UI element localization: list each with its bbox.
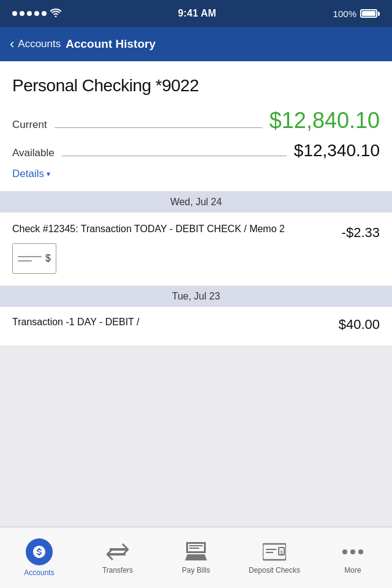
accounts-tab-label: Accounts: [24, 568, 54, 577]
battery-icon: [360, 9, 380, 18]
more-tab-label: More: [344, 566, 361, 575]
more-dots-icon: [342, 548, 364, 556]
battery-percent: 100%: [333, 9, 356, 19]
account-name: Personal Checking *9022: [12, 76, 380, 96]
paybills-tab-label: Pay Bills: [182, 566, 210, 575]
tab-depositchecks[interactable]: $ Deposit Checks: [235, 527, 314, 588]
transaction-row-partial[interactable]: Transaction -1 DAY - DEBIT / $40.00: [0, 307, 392, 346]
depositchecks-tab-label: Deposit Checks: [249, 566, 300, 575]
section-header-tue: Tue, Jul 23: [0, 286, 392, 307]
check-thumbnail[interactable]: $: [12, 243, 56, 274]
tab-accounts[interactable]: Accounts: [0, 527, 78, 588]
depositchecks-check-icon: $: [263, 543, 286, 561]
nav-title: Account History: [66, 37, 156, 51]
paybills-icon: [184, 541, 208, 563]
transaction-amount: -$2.33: [342, 225, 380, 241]
transfers-icon: [105, 541, 130, 563]
wifi-icon: [50, 9, 61, 19]
check-dollar-sign: $: [45, 253, 51, 264]
available-balance-row: Available $12,340.10: [12, 141, 380, 160]
svg-text:$: $: [280, 549, 283, 556]
transaction-partial-description: Transaction -1 DAY - DEBIT /: [12, 317, 139, 328]
transaction-row[interactable]: Check #12345: Transaction TODAY - DEBIT …: [0, 213, 392, 286]
transaction-partial-amount: $40.00: [339, 317, 380, 333]
available-balance-value: $12,340.10: [294, 141, 380, 160]
nav-back-label: Accounts: [18, 38, 61, 50]
nav-bar: ‹ Accounts Account History: [0, 27, 392, 61]
details-label: Details: [12, 168, 44, 180]
status-time: 9:41 AM: [178, 8, 216, 19]
details-link[interactable]: Details ▾: [12, 168, 380, 180]
svg-point-6: [350, 549, 355, 554]
svg-point-7: [358, 549, 363, 554]
accounts-dollar-icon: [32, 545, 47, 559]
transfers-tab-label: Transfers: [102, 566, 133, 575]
available-balance-line: [62, 156, 287, 156]
current-label: Current: [12, 119, 47, 131]
section-date-wed: Wed, Jul 24: [170, 197, 222, 207]
available-label: Available: [12, 147, 55, 159]
status-right: 100%: [333, 9, 380, 19]
tab-transfers[interactable]: Transfers: [78, 527, 157, 588]
check-lines: [18, 256, 42, 262]
transaction-description: Check #12345: Transaction TODAY - DEBIT …: [12, 222, 332, 236]
section-date-tue: Tue, Jul 23: [172, 291, 221, 301]
account-header: Personal Checking *9022 Current $12,840.…: [0, 61, 392, 192]
current-balance-row: Current $12,840.10: [12, 108, 380, 134]
content-area: Personal Checking *9022 Current $12,840.…: [0, 61, 392, 527]
transfers-arrows-icon: [107, 543, 129, 560]
current-balance-line: [55, 127, 262, 128]
tab-more[interactable]: More: [314, 527, 392, 588]
depositchecks-icon: $: [262, 541, 287, 563]
status-bar: 9:41 AM 100%: [0, 0, 392, 27]
tab-paybills[interactable]: Pay Bills: [157, 527, 235, 588]
check-line-2: [18, 260, 32, 262]
paybills-tray-icon: [185, 542, 207, 562]
check-line-1: [18, 256, 42, 257]
back-chevron-icon: ‹: [10, 37, 14, 51]
signal-dots: [12, 11, 47, 16]
status-left: [12, 9, 61, 19]
current-balance-value: $12,840.10: [270, 108, 380, 134]
more-icon: [341, 541, 365, 563]
tab-bar: Accounts Transfers Pay Bills $: [0, 527, 392, 588]
nav-back-button[interactable]: ‹ Accounts: [10, 37, 61, 51]
svg-point-5: [342, 549, 347, 554]
details-arrow-icon: ▾: [47, 170, 50, 178]
transaction-left: Check #12345: Transaction TODAY - DEBIT …: [12, 222, 342, 274]
accounts-icon-circle: [26, 538, 53, 565]
section-header-wed: Wed, Jul 24: [0, 192, 392, 213]
